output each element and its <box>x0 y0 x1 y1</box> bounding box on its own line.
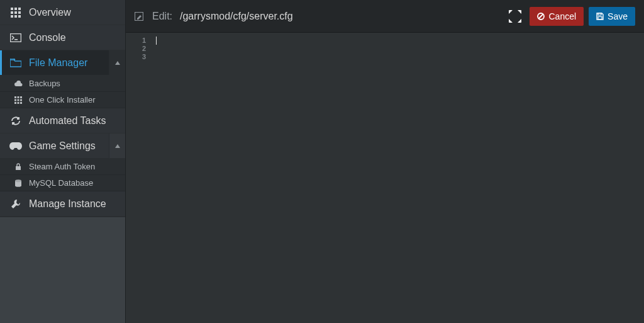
sidebar-item-label: Console <box>29 32 116 43</box>
main-panel: Edit: /garrysmod/cfg/server.cfg Cancel S… <box>126 0 644 323</box>
svg-rect-16 <box>20 99 22 101</box>
cancel-button[interactable]: Cancel <box>530 7 584 26</box>
code-line <box>155 45 644 53</box>
edit-icon <box>135 12 143 21</box>
sidebar-item-label: Game Settings <box>29 140 109 152</box>
svg-rect-9 <box>11 33 21 42</box>
sidebar-subitem-one-click-installer[interactable]: One Click Installer <box>0 92 125 108</box>
svg-rect-7 <box>14 15 17 18</box>
save-label: Save <box>608 11 628 21</box>
sidebar-item-label: Automated Tasks <box>29 115 116 127</box>
svg-rect-3 <box>11 11 13 14</box>
sidebar-item-automated-tasks[interactable]: Automated Tasks <box>0 108 125 133</box>
sidebar-subitem-label: One Click Installer <box>29 95 95 105</box>
file-path: /garrysmod/cfg/server.cfg <box>180 11 293 22</box>
svg-rect-15 <box>18 99 19 101</box>
sidebar-subitem-backups[interactable]: Backups <box>0 76 125 92</box>
sidebar-item-label: Manage Instance <box>29 198 116 210</box>
cancel-icon <box>537 13 545 20</box>
sidebar-subitem-label: MySQL Database <box>29 178 93 188</box>
svg-rect-20 <box>16 166 21 170</box>
svg-rect-12 <box>18 96 19 98</box>
folder-icon <box>9 59 23 67</box>
line-number: 2 <box>126 45 146 53</box>
svg-rect-13 <box>20 96 22 98</box>
gamepad-icon <box>9 142 23 150</box>
collapse-toggle[interactable] <box>109 133 125 158</box>
grid-small-icon <box>13 96 24 104</box>
text-cursor <box>156 37 157 45</box>
wrench-icon <box>9 199 23 209</box>
svg-rect-0 <box>11 8 13 10</box>
sidebar-item-overview[interactable]: Overview <box>0 0 125 25</box>
sidebar-subitem-label: Backups <box>29 79 60 88</box>
sidebar-subitem-label: Steam Auth Token <box>29 162 95 171</box>
svg-rect-26 <box>598 13 601 15</box>
svg-rect-5 <box>18 11 21 14</box>
svg-rect-10 <box>14 39 18 40</box>
fullscreen-button[interactable] <box>506 7 525 26</box>
chevron-up-icon <box>115 144 120 148</box>
svg-line-25 <box>539 14 543 18</box>
cloud-icon <box>13 81 24 87</box>
line-number: 1 <box>126 37 146 45</box>
svg-rect-14 <box>14 99 16 101</box>
save-button[interactable]: Save <box>589 7 635 26</box>
collapse-toggle[interactable] <box>109 50 125 75</box>
svg-rect-17 <box>14 102 16 104</box>
svg-rect-11 <box>14 96 16 98</box>
svg-point-22 <box>15 179 21 182</box>
svg-rect-18 <box>18 102 19 104</box>
lock-icon <box>13 163 24 171</box>
sidebar: Overview Console File Manager Backups On… <box>0 0 126 323</box>
sidebar-item-manage-instance[interactable]: Manage Instance <box>0 191 125 217</box>
fullscreen-icon <box>509 10 521 23</box>
refresh-icon <box>9 116 23 126</box>
svg-rect-4 <box>14 11 17 14</box>
sidebar-item-console[interactable]: Console <box>0 25 125 50</box>
svg-rect-1 <box>14 8 17 10</box>
svg-rect-8 <box>18 15 21 18</box>
line-number-gutter: 1 2 3 <box>126 37 155 323</box>
svg-rect-6 <box>11 15 13 18</box>
sidebar-item-game-settings[interactable]: Game Settings <box>0 133 125 159</box>
svg-rect-27 <box>598 16 602 19</box>
sidebar-subitem-mysql-database[interactable]: MySQL Database <box>0 175 125 191</box>
editor-toolbar: Edit: /garrysmod/cfg/server.cfg Cancel S… <box>126 0 644 33</box>
sidebar-item-file-manager[interactable]: File Manager <box>0 50 125 76</box>
cancel-label: Cancel <box>548 11 576 21</box>
database-icon <box>13 179 24 187</box>
code-content[interactable] <box>155 37 644 323</box>
sidebar-item-label: Overview <box>29 7 116 18</box>
sidebar-subitem-steam-auth-token[interactable]: Steam Auth Token <box>0 159 125 175</box>
code-line <box>155 37 644 45</box>
svg-rect-19 <box>20 102 22 104</box>
code-line <box>155 53 644 61</box>
save-icon <box>596 13 604 20</box>
edit-label: Edit: <box>152 11 172 22</box>
line-number: 3 <box>126 53 146 61</box>
sidebar-item-label: File Manager <box>29 57 109 69</box>
svg-rect-2 <box>18 8 21 10</box>
terminal-icon <box>9 33 23 42</box>
grid-icon <box>9 8 23 18</box>
chevron-up-icon <box>115 61 120 65</box>
sidebar-empty <box>0 217 125 323</box>
code-editor[interactable]: 1 2 3 <box>126 33 644 323</box>
